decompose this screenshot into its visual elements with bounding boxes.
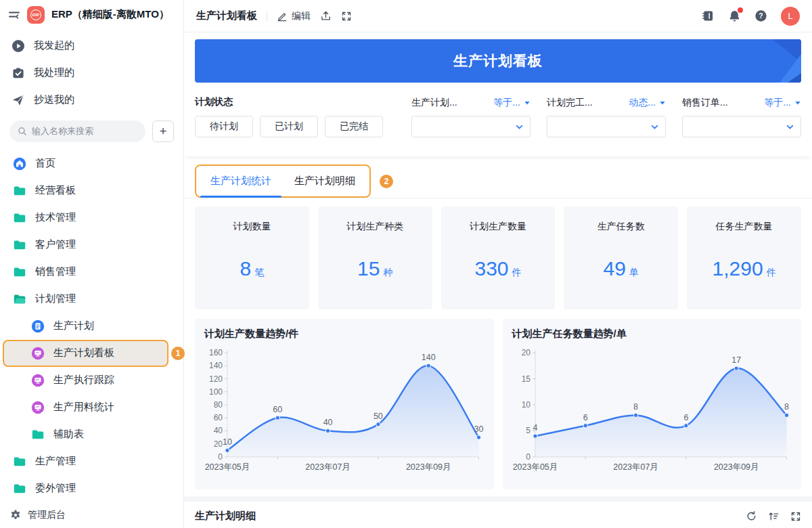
filter-label: 计划完工...动态... (547, 96, 666, 110)
edit-button[interactable]: 编辑 (277, 10, 311, 22)
sidebar-item-计划管理[interactable]: 计划管理 (3, 286, 168, 313)
app-title: ERP（精细版-离散MTO） (51, 8, 169, 21)
filter-operator-dropdown[interactable]: 等于... (764, 97, 801, 109)
sidebar-item-生产执行跟踪[interactable]: 生产执行跟踪 (3, 367, 168, 394)
sidebar-item-委外管理[interactable]: 委外管理 (3, 475, 168, 502)
divider (267, 11, 267, 22)
quick-item-2[interactable]: 我处理的 (0, 60, 183, 87)
dashboard-icon (31, 347, 45, 360)
sort-icon[interactable] (768, 510, 780, 522)
svg-text:20: 20 (214, 439, 223, 449)
svg-text:5: 5 (526, 426, 531, 435)
svg-text:40: 40 (323, 418, 333, 427)
chevron-down-icon (786, 123, 794, 131)
sidebar-item-label: 生产计划 (53, 320, 94, 332)
plan-status-buttons: 待计划已计划已完结 (195, 116, 383, 137)
quick-item-label: 我处理的 (34, 66, 74, 79)
plan-status-filter: 计划状态 待计划已计划已完结 (195, 96, 383, 137)
svg-text:?: ? (759, 12, 763, 20)
svg-text:2023年07月: 2023年07月 (305, 462, 351, 472)
filter-column-2: 计划完工...动态... (547, 96, 666, 137)
filter-select[interactable] (547, 116, 666, 137)
step-badge-2: 2 (380, 175, 393, 188)
sidebar-item-生产用料统计[interactable]: 生产用料统计 (3, 394, 168, 421)
svg-text:40: 40 (214, 426, 223, 435)
admin-backend-label: 管理后台 (28, 509, 66, 521)
stat-value: 330件 (441, 257, 556, 280)
folder-icon (13, 211, 26, 225)
sidebar: ERP ERP（精细版-离散MTO） 我发起的我处理的抄送我的 输入名称来搜索 … (0, 0, 184, 528)
sidebar-nav: 首页经营看板技术管理客户管理销售管理计划管理生产计划生产计划看板1生产执行跟踪生… (0, 146, 183, 502)
filter-operator-dropdown[interactable]: 动态... (629, 97, 666, 109)
quick-item-3[interactable]: 抄送我的 (0, 87, 183, 114)
sidebar-item-label: 经营看板 (35, 184, 76, 197)
status-button-已计划[interactable]: 已计划 (260, 116, 318, 137)
app-logo: ERP (27, 6, 45, 24)
svg-text:2023年09月: 2023年09月 (406, 462, 451, 472)
task-check-icon (12, 66, 25, 80)
tabs-group: 生产计划统计生产计划明细 (195, 164, 371, 198)
edit-label: 编辑 (292, 10, 311, 22)
quick-item-label: 我发起的 (34, 39, 74, 52)
sidebar-item-销售管理[interactable]: 销售管理 (3, 259, 168, 286)
app-root: ERP ERP（精细版-离散MTO） 我发起的我处理的抄送我的 输入名称来搜索 … (0, 0, 812, 528)
folder-open-icon (13, 292, 26, 306)
stat-unit: 件 (767, 267, 776, 278)
sidebar-item-label: 委外管理 (35, 482, 76, 495)
filter-label: 生产计划...等于... (411, 96, 531, 110)
refresh-icon[interactable] (746, 510, 757, 522)
stat-unit: 件 (512, 267, 522, 278)
dashboard-icon (31, 401, 45, 414)
caret-down-icon (794, 100, 801, 106)
sidebar-item-首页[interactable]: 首页 (3, 150, 168, 177)
filter-label: 销售订单...等于... (682, 96, 801, 110)
filter-operator-dropdown[interactable]: 等于... (493, 97, 531, 109)
sidebar-item-label: 生产计划看板 (53, 347, 114, 359)
status-button-已完结[interactable]: 已完结 (325, 116, 383, 137)
banner: 生产计划看板 (195, 39, 801, 83)
sidebar-item-经营看板[interactable]: 经营看板 (3, 177, 168, 204)
fullscreen-icon[interactable] (341, 11, 352, 22)
send-icon (12, 93, 25, 107)
notifications-button[interactable] (728, 9, 741, 22)
search-input[interactable]: 输入名称来搜索 (9, 120, 145, 142)
sidebar-item-生产计划[interactable]: 生产计划 (3, 313, 168, 340)
folder-icon (31, 428, 45, 441)
sidebar-item-label: 辅助表 (53, 428, 84, 441)
admin-backend-button[interactable]: 管理后台 (0, 502, 183, 528)
fullscreen-icon[interactable] (790, 511, 801, 522)
share-icon[interactable] (320, 10, 332, 22)
sidebar-item-生产计划看板[interactable]: 生产计划看板1 (3, 340, 168, 367)
folder-icon (13, 482, 26, 496)
sidebar-item-客户管理[interactable]: 客户管理 (3, 232, 168, 259)
pencil-icon (277, 11, 288, 22)
avatar[interactable]: L (781, 7, 800, 26)
plan-status-label: 计划状态 (195, 96, 383, 110)
filter-select[interactable] (682, 116, 801, 137)
folder-icon (13, 455, 26, 468)
help-icon[interactable]: ? (754, 9, 767, 22)
sidebar-item-label: 计划管理 (35, 292, 76, 305)
status-button-待计划[interactable]: 待计划 (195, 116, 253, 137)
add-button[interactable]: + (152, 120, 174, 142)
journal-icon[interactable] (702, 9, 715, 22)
sidebar-item-生产管理[interactable]: 生产管理 (3, 448, 168, 475)
folder-icon (13, 238, 26, 252)
detail-panel-title: 生产计划明细 (195, 510, 256, 523)
sidebar-item-技术管理[interactable]: 技术管理 (3, 204, 168, 232)
sidebar-item-辅助表[interactable]: 辅助表 (3, 421, 168, 448)
folder-icon (13, 184, 26, 198)
chart-card-1: 计划生产数量趋势/件0204060801001201401602023年05月2… (195, 319, 494, 489)
svg-text:10: 10 (223, 437, 232, 447)
svg-text:100: 100 (209, 387, 223, 397)
stat-value: 1,290件 (687, 257, 801, 280)
sidebar-item-label: 首页 (35, 157, 55, 170)
filter-select[interactable] (411, 116, 531, 137)
stat-card-计划数量: 计划数量8笔 (195, 206, 309, 309)
menu-toggle-icon[interactable] (8, 9, 20, 21)
tab-生产计划统计[interactable]: 生产计划统计 (199, 166, 283, 196)
tab-生产计划明细[interactable]: 生产计划明细 (283, 166, 367, 196)
chevron-down-icon (515, 123, 524, 131)
svg-text:2023年07月: 2023年07月 (613, 462, 658, 472)
quick-item-1[interactable]: 我发起的 (0, 32, 183, 60)
